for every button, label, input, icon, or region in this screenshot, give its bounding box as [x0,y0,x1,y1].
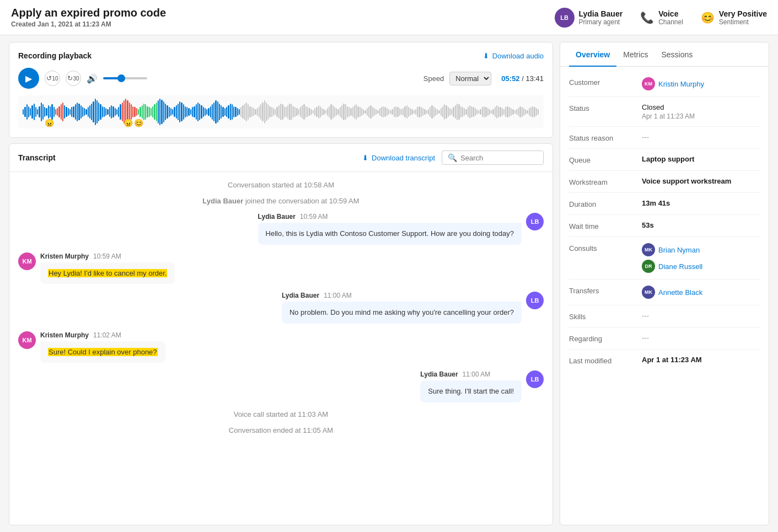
workstream-label: Workstream [569,177,635,186]
waveform[interactable]: 😠 😠 😊 [18,95,544,128]
volume-button[interactable]: 🔊 [87,73,98,84]
waveform-bar [442,106,443,118]
tabs: Overview Metrics Sessions [560,42,769,67]
waveform-bar [469,105,470,119]
waveform-bar [112,106,114,118]
sentiment-negative-1: 😠 [45,119,54,127]
rewind-10-button[interactable]: ↺10 [45,71,60,86]
waveform-bar [354,105,355,119]
search-box[interactable]: 🔍 [442,151,544,165]
waveform-bar [53,107,55,116]
waveform-bar [267,104,269,119]
speed-select[interactable]: Normal Slow Fast 1.5x 2x [449,72,491,85]
waveform-bar [478,110,479,114]
waveform-bar [197,103,198,121]
header-right: LB Lydia Bauer Primary agent 📞 Voice Cha… [555,8,768,28]
status-date: Apr 1 at 11:23 AM [642,112,760,120]
sentiment-name: Very Positive [719,9,767,18]
waveform-bar [58,106,60,118]
volume-slider-container [103,77,147,79]
sentiment-icon: 😊 [701,11,715,24]
waveform-bar [152,106,153,118]
forward-30-button[interactable]: ↻30 [66,71,81,86]
message-row-customer-2: KM Kristen Murphy 11:02 AM Sure! Could I… [18,331,544,363]
detail-wait-time: Wait time 53s [569,215,760,237]
waveform-bar [138,109,139,115]
detail-last-modified: Last modified Apr 1 at 11:23 AM [569,350,760,371]
system-message-joined: Lydia Bauer joined the conversation at 1… [18,197,544,205]
download-audio-button[interactable]: ⬇ Download audio [483,52,544,60]
transcript-card: Transcript ⬇ Download transcript 🔍 [9,143,553,525]
waveform-bar [364,110,366,114]
waveform-bar [89,105,90,119]
waveform-bar [31,105,33,119]
agent-bubble-3: Sure thing. I'll start the call! [420,380,522,402]
waveform-bar [210,106,211,118]
download-transcript-button[interactable]: ⬇ Download transcript [362,154,435,162]
waveform-bar [307,107,308,116]
customer-avatar-1: KM [18,252,36,270]
waveform-bar [438,110,439,114]
waveform-bar [278,105,280,119]
waveform-bar [77,103,78,121]
agent-sender-3: Lydia Bauer [420,370,458,378]
waveform-bar [158,100,159,123]
search-input[interactable] [460,154,538,162]
waveform-bar [309,108,310,116]
consult-link-2[interactable]: DR Diane Russell [642,260,760,273]
waveform-bar [240,107,242,116]
workstream-value: Voice support workstream [642,177,760,185]
tab-metrics[interactable]: Metrics [616,42,654,67]
last-modified-label: Last modified [569,356,635,365]
agent-name: Lydia Bauer [579,9,623,18]
waveform-bar [201,105,202,119]
volume-slider[interactable] [103,77,147,79]
download-transcript-icon: ⬇ [362,154,368,162]
consult-link-1[interactable]: MK Brian Nyman [642,243,760,256]
waveform-bar [336,108,337,116]
waveform-bar [142,105,143,119]
waveform-bar [217,101,218,122]
play-button[interactable]: ▶ [18,68,39,89]
waveform-bar [441,108,442,116]
waveform-bar [96,100,98,123]
customer-message-1: Kristen Murphy 10:59 AM Hey Lydia! I'd l… [40,252,175,284]
waveform-bar [73,106,74,118]
customer-link[interactable]: KM Kristin Murphy [642,77,760,90]
waveform-bar [246,103,247,121]
customer-message-2: Kristen Murphy 11:02 AM Sure! Could I ex… [40,331,165,363]
waveform-bar [449,108,450,116]
created-date-value: Jan 1, 2021 at 11:23 AM [37,20,111,28]
waveform-bar [192,107,193,116]
waveform-bar [242,105,243,119]
waveform-bar [345,104,346,119]
waveform-bar [530,107,532,116]
waveform-bar [518,108,519,116]
waveform-bar [185,106,186,118]
waveform-bar [300,107,301,116]
waveform-bar [118,107,119,116]
waveform-bar [410,108,411,116]
customer-label: Customer [569,77,635,87]
waveform-bar [46,108,47,116]
waveform-bar [151,108,152,116]
waveform-bar [109,107,110,116]
channel-label: Channel [658,18,683,26]
waveform-bar [428,109,429,115]
agent-message-1: Lydia Bauer 10:59 AM Hello, this is Lydi… [258,213,522,245]
status-value-text: Closed [642,103,760,111]
waveform-bar [51,104,52,119]
tab-sessions[interactable]: Sessions [654,42,699,67]
transfer-link[interactable]: MK Annette Black [642,286,760,299]
waveform-bar [368,106,369,118]
waveform-bar [248,104,249,119]
waveform-bar [296,108,297,116]
tab-overview[interactable]: Overview [569,42,616,67]
skills-value: --- [642,311,760,320]
agent-message-2: Lydia Bauer 11:00 AM No problem. Do you … [282,292,522,324]
waveform-bar [98,103,99,121]
queue-label: Queue [569,155,635,164]
waveform-bar [460,106,462,118]
detail-status-reason: Status reason --- [569,127,760,149]
waveform-bar [64,105,65,119]
